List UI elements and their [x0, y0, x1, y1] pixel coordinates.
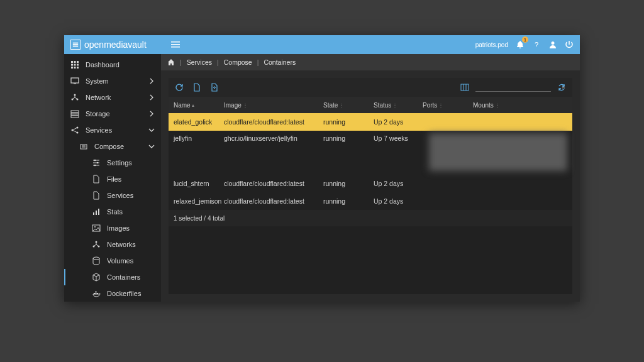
sidebar-item-files[interactable]: Files [64, 171, 161, 187]
sidebar-item-label: Services [107, 192, 155, 199]
svg-rect-0 [73, 43, 78, 44]
breadcrumb-item[interactable]: Services [187, 58, 212, 66]
svg-rect-2 [73, 46, 78, 47]
cell-name: relaxed_jemison [174, 197, 224, 205]
table-row[interactable]: relaxed_jemison cloudflare/cloudflared:l… [169, 192, 572, 210]
column-image[interactable]: Image⋮ [224, 102, 323, 109]
cell-name: lucid_shtern [174, 180, 224, 187]
svg-rect-18 [74, 84, 76, 84]
sync-button[interactable] [557, 83, 566, 92]
cell-status: Up 2 days [374, 180, 423, 187]
containers-table: Name▴ Image⋮ State⋮ Status⋮ Ports⋮ Mount… [169, 97, 572, 294]
cell-state: running [323, 197, 374, 205]
svg-rect-11 [71, 64, 73, 66]
chevron-down-icon [148, 143, 155, 150]
svg-rect-15 [74, 67, 76, 69]
sidebar-item-network[interactable]: Network [64, 89, 161, 106]
sidebar-item-label: Stats [107, 208, 155, 216]
search-input-wrap: × [475, 84, 551, 92]
box-icon [92, 273, 101, 282]
sidebar-item-system[interactable]: System [64, 73, 161, 89]
network-icon [92, 240, 101, 249]
table-row[interactable]: jellyfin ghcr.io/linuxserver/jellyfin ru… [169, 131, 572, 175]
sidebar-item-label: Dashboard [86, 61, 155, 69]
sliders-icon [92, 158, 101, 167]
sidebar-item-services[interactable]: Services [64, 122, 161, 138]
column-ports[interactable]: Ports⋮ [423, 102, 473, 109]
cell-name: elated_golick [174, 118, 224, 126]
sidebar-item-containers[interactable]: Containers [64, 269, 161, 285]
menu-toggle-button[interactable] [171, 40, 180, 49]
file-export-button[interactable] [210, 83, 219, 92]
containers-panel: × Name▴ Image⋮ State⋮ Status⋮ Ports⋮ Mou… [169, 78, 572, 294]
table-row[interactable]: elated_golick cloudflare/cloudflared:lat… [169, 113, 572, 131]
table-row[interactable]: lucid_shtern cloudflare/cloudflared:late… [169, 175, 572, 192]
file-action-button[interactable] [192, 83, 201, 92]
docker-icon [92, 289, 101, 298]
svg-rect-5 [171, 47, 180, 48]
monitor-icon [70, 77, 79, 85]
sidebar-item-images[interactable]: Images [64, 220, 161, 236]
svg-rect-13 [77, 64, 79, 66]
network-icon [70, 93, 79, 102]
sidebar-item-compose-services[interactable]: Services [64, 187, 161, 204]
brand-text: openmediavault [84, 40, 147, 50]
user-button[interactable] [548, 40, 557, 49]
svg-rect-46 [461, 84, 469, 90]
home-icon[interactable] [167, 58, 175, 66]
sidebar-item-label: Network [86, 94, 142, 101]
svg-rect-4 [171, 44, 180, 45]
notifications-button[interactable]: 1 [516, 40, 525, 49]
svg-rect-3 [171, 41, 180, 43]
breadcrumb-item[interactable]: Compose [224, 58, 252, 66]
cell-image: cloudflare/cloudflared:latest [224, 180, 323, 187]
brand-icon [70, 40, 80, 50]
sidebar-item-storage[interactable]: Storage [64, 106, 161, 122]
app-window: openmediavault patriots.pod 1 ? [64, 35, 580, 302]
sidebar-item-volumes[interactable]: Volumes [64, 253, 161, 269]
chevron-down-icon [148, 127, 155, 133]
grid-icon [70, 60, 79, 69]
bars-icon [92, 207, 101, 216]
svg-rect-22 [71, 111, 79, 112]
sidebar-item-dockerfiles[interactable]: Dockerfiles [64, 285, 161, 302]
sidebar-item-label: Containers [107, 273, 155, 281]
file-icon [92, 175, 101, 184]
topbar: openmediavault patriots.pod 1 ? [64, 35, 580, 54]
column-mounts[interactable]: Mounts⋮ [473, 102, 572, 109]
svg-rect-33 [96, 211, 97, 215]
sidebar-item-label: Dockerfiles [107, 290, 155, 297]
sidebar-item-label: System [86, 77, 142, 85]
share-icon [70, 126, 79, 134]
breadcrumb-item[interactable]: Containers [264, 58, 296, 66]
cell-name: jellyfin [174, 134, 224, 142]
svg-point-19 [74, 94, 76, 96]
svg-rect-24 [71, 116, 79, 118]
refresh-button[interactable] [175, 83, 184, 92]
column-name[interactable]: Name▴ [174, 102, 224, 109]
sidebar-item-compose[interactable]: Compose [64, 138, 161, 155]
search-input[interactable] [479, 84, 559, 90]
sidebar-item-networks[interactable]: Networks [64, 236, 161, 253]
svg-point-29 [94, 160, 96, 162]
svg-rect-8 [71, 61, 73, 63]
sidebar-item-dashboard[interactable]: Dashboard [64, 57, 161, 73]
svg-rect-14 [71, 67, 73, 69]
sidebar-item-stats[interactable]: Stats [64, 204, 161, 220]
svg-rect-23 [71, 113, 79, 115]
help-button[interactable]: ? [532, 40, 541, 49]
columns-button[interactable] [460, 83, 469, 92]
sidebar-item-label: Images [107, 224, 155, 232]
sidebar-item-settings[interactable]: Settings [64, 155, 161, 171]
power-button[interactable] [565, 40, 574, 49]
cell-image: cloudflare/cloudflared:latest [224, 197, 323, 205]
notifications-badge: 1 [522, 36, 528, 43]
svg-point-40 [93, 257, 99, 260]
column-status[interactable]: Status⋮ [374, 102, 423, 109]
column-state[interactable]: State⋮ [323, 102, 374, 109]
cell-state: running [323, 118, 374, 126]
blurred-content [429, 133, 567, 171]
sidebar-item-label: Files [107, 175, 155, 183]
sidebar-item-label: Storage [86, 110, 142, 118]
sidebar-item-label: Services [86, 126, 142, 134]
